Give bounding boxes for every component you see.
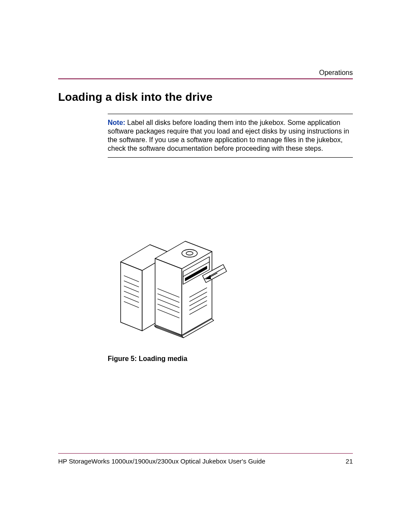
header-rule <box>58 78 353 79</box>
footer: HP StorageWorks 1000ux/1900ux/2300ux Opt… <box>58 457 353 465</box>
document-page: Operations Loading a disk into the drive… <box>0 0 411 532</box>
footer-title: HP StorageWorks 1000ux/1900ux/2300ux Opt… <box>58 457 265 465</box>
footer-rule <box>58 453 353 454</box>
figure-caption-prefix: Figure 5: <box>108 355 139 362</box>
note-rule-bottom <box>108 157 353 158</box>
page-heading: Loading a disk into the drive <box>58 90 212 104</box>
running-head-section: Operations <box>319 69 353 77</box>
note-block: Note: Label all disks before loading the… <box>108 114 353 158</box>
note-rule-top <box>108 114 353 114</box>
note-body: Note: Label all disks before loading the… <box>108 118 353 153</box>
figure-caption: Figure 5: Loading media <box>108 355 353 363</box>
footer-page-number: 21 <box>346 457 353 465</box>
figure: Figure 5: Loading media <box>108 228 353 363</box>
svg-point-13 <box>186 252 193 255</box>
note-text: Label all disks before loading them into… <box>108 119 349 152</box>
jukebox-illustration <box>116 228 228 345</box>
figure-caption-title: Loading media <box>139 355 187 362</box>
note-label: Note: <box>108 119 125 126</box>
